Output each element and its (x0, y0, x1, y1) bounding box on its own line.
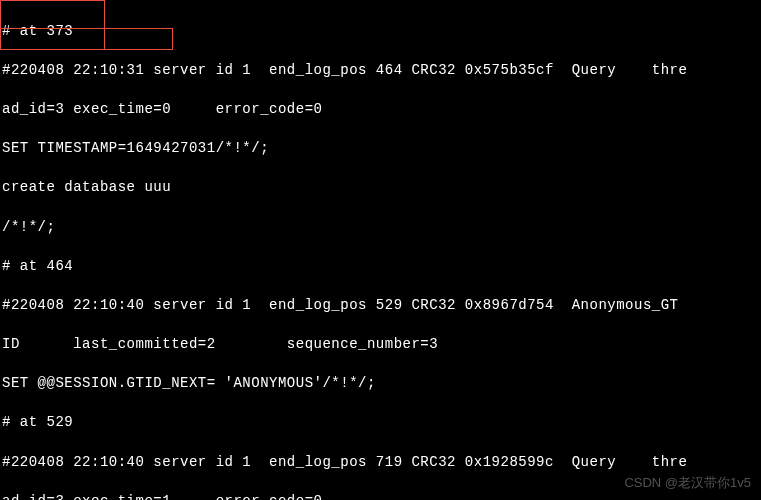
log-line: create database uuu (2, 178, 759, 198)
log-line: # at 464 (2, 257, 759, 277)
log-line: ID last_committed=2 sequence_number=3 (2, 335, 759, 355)
log-line: ad_id=3 exec_time=0 error_code=0 (2, 100, 759, 120)
log-line: # at 373 (2, 22, 759, 42)
terminal-output: # at 373 #220408 22:10:31 server id 1 en… (2, 2, 759, 500)
log-line: #220408 22:10:40 server id 1 end_log_pos… (2, 296, 759, 316)
log-line: SET @@SESSION.GTID_NEXT= 'ANONYMOUS'/*!*… (2, 374, 759, 394)
log-line: /*!*/; (2, 218, 759, 238)
log-line: #220408 22:10:31 server id 1 end_log_pos… (2, 61, 759, 81)
log-line: SET TIMESTAMP=1649427031/*!*/; (2, 139, 759, 159)
watermark-text: CSDN @老汉带你1v5 (624, 474, 751, 492)
log-line: #220408 22:10:40 server id 1 end_log_pos… (2, 453, 759, 473)
log-line: ad_id=3 exec_time=1 error_code=0 (2, 492, 759, 500)
log-line: # at 529 (2, 413, 759, 433)
